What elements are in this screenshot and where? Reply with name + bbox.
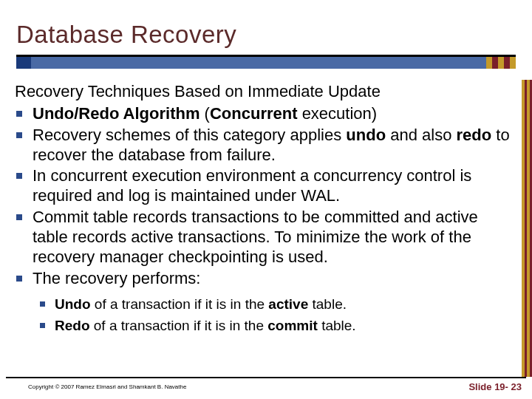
slide-title: Database Recovery [16, 21, 516, 49]
accent-band [16, 57, 516, 69]
list-item: Recovery schemes of this category applie… [33, 126, 511, 166]
title-underline [16, 55, 516, 57]
list-item: Undo/Redo Algorithm (Concurrent executio… [33, 104, 511, 124]
content: Recovery Techniques Based on Immediate U… [0, 63, 532, 335]
list-item: The recovery performs: [33, 269, 511, 289]
list-item: Commit table records transactions to be … [33, 208, 511, 267]
side-stripes [522, 80, 532, 377]
bullet-list: Undo/Redo Algorithm (Concurrent executio… [15, 104, 511, 288]
list-item: In concurrent execution environment a co… [33, 166, 511, 206]
list-item: Undo of a transaction if it is in the ac… [55, 296, 511, 314]
slide-number: Slide 19- 23 [468, 381, 522, 392]
section-heading: Recovery Techniques Based on Immediate U… [15, 82, 511, 101]
footer: Copyright © 2007 Ramez Elmasri and Shamk… [0, 377, 532, 399]
title-region: Database Recovery [0, 0, 532, 63]
copyright: Copyright © 2007 Ramez Elmasri and Shamk… [28, 383, 186, 390]
sub-bullet-list: Undo of a transaction if it is in the ac… [15, 290, 511, 335]
list-item: Redo of a transaction if it is in the co… [55, 317, 511, 335]
